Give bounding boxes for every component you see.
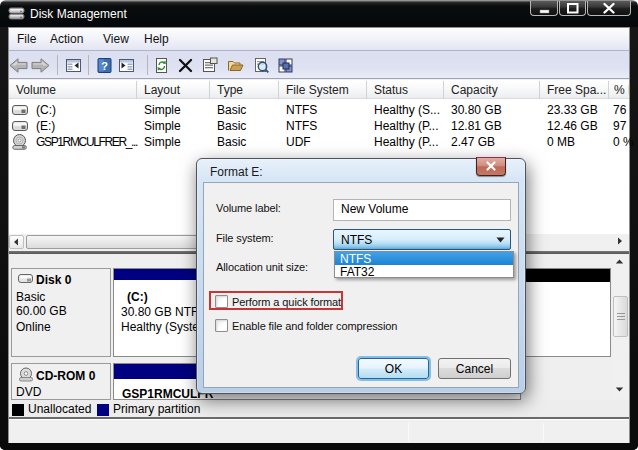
svg-text:?: ?	[101, 60, 108, 72]
